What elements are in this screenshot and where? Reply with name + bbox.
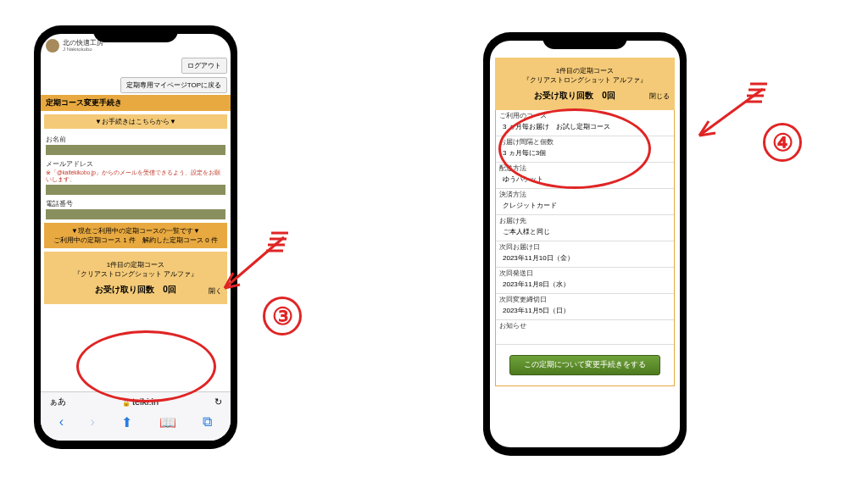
tabs-icon[interactable]: ⧉ — [203, 414, 212, 430]
phone-screen-left: 北の快適工房 J Nakitokobo ログアウト 定期専用マイページTOPに戻… — [41, 34, 231, 441]
safari-toolbar: ‹ › ⬆︎ 📖 ⧉ — [41, 411, 231, 434]
row-course-val: 3 ヵ月毎お届け お試し定期コース — [499, 120, 670, 134]
back-icon[interactable]: ‹ — [59, 414, 64, 430]
change-procedure-button[interactable]: この定期について変更手続きをする — [509, 355, 661, 375]
text-size-button[interactable]: ぁあ — [49, 396, 66, 408]
row-ship-val: ゆうパケット — [499, 173, 670, 186]
logout-button[interactable]: ログアウト — [181, 58, 227, 74]
row-next-ship-val: 2023年11月8日（水） — [499, 278, 670, 291]
back-to-top-button[interactable]: 定期専用マイページTOPに戻る — [120, 77, 227, 93]
course-list-header-l1: ▼現在ご利用中の定期コースの一覧です▼ — [47, 226, 224, 236]
course-card[interactable]: 1件目の定期コース 『クリアストロングショット アルファ』 お受け取り回数 0回… — [44, 252, 227, 304]
section-title: 定期コース変更手続き — [41, 95, 231, 111]
course-open-link[interactable]: 開く — [209, 286, 222, 296]
course-detail-list: ご利用のコース3 ヵ月毎お届け お試し定期コース お届け間隔と個数3 ヵ月毎に3… — [495, 110, 675, 386]
row-addr-val: ご本人様と同じ — [499, 225, 670, 239]
row-next-ship-label: 次回発送日 — [499, 269, 670, 278]
name-value-redacted — [46, 145, 225, 155]
row-pay-label: 決済方法 — [499, 191, 670, 199]
brand-text: 北の快適工房 J Nakitokobo — [63, 40, 103, 52]
phone-notch — [542, 32, 627, 49]
share-icon[interactable]: ⬆︎ — [121, 414, 132, 430]
name-label: お名前 — [41, 132, 231, 145]
phone-mockup-left: 北の快適工房 J Nakitokobo ログアウト 定期専用マイページTOPに戻… — [34, 25, 237, 449]
annotation-number-3: ③ — [263, 297, 302, 336]
row-course-label: ご利用のコース — [499, 112, 670, 120]
course-top-l2: 『クリアストロングショット アルファ』 — [500, 75, 670, 85]
forward-icon[interactable]: › — [91, 414, 95, 430]
procedure-banner: ▼お手続きはこちらから▼ — [44, 114, 227, 129]
bookmarks-icon[interactable]: 📖 — [159, 414, 176, 430]
row-interval-val: 3 ヵ月毎に3個 — [499, 147, 670, 160]
course-top-l1: 1件目の定期コース — [500, 66, 670, 75]
row-next-deliv-val: 2023年11月10日（金） — [499, 252, 670, 265]
email-label: メールアドレス — [41, 157, 231, 169]
phone-label: 電話番号 — [41, 197, 231, 209]
phone-screen-right: 1件目の定期コース 『クリアストロングショット アルファ』 お受け取り回数 0回… — [490, 41, 680, 447]
row-next-cutoff-label: 次回変更締切日 — [499, 296, 670, 304]
row-notice-val — [499, 330, 670, 342]
brand-name: 北の快適工房 — [63, 40, 103, 47]
course-list-header-l2: ご利用中の定期コース 1 件 解約した定期コース 0 件 — [47, 236, 224, 245]
email-value-redacted — [46, 185, 225, 195]
course-card-line1: 1件目の定期コース — [49, 260, 222, 269]
course-card-receive-count: お受け取り回数 0回 — [49, 284, 222, 296]
address-bar[interactable]: ぁあ teiki.in ↻ — [41, 392, 231, 411]
course-card-expanded: 1件目の定期コース 『クリアストロングショット アルファ』 お受け取り回数 0回… — [495, 58, 675, 110]
row-interval-label: お届け間隔と個数 — [499, 138, 670, 147]
safari-bar: ぁあ teiki.in ↻ ‹ › ⬆︎ 📖 ⧉ — [41, 391, 231, 441]
email-note: ※「@kaitekikobo.jp」からのメールを受信できるよう、設定をお願いし… — [41, 169, 231, 185]
phone-notch — [93, 25, 178, 42]
course-list-header: ▼現在ご利用中の定期コースの一覧です▼ ご利用中の定期コース 1 件 解約した定… — [44, 223, 227, 248]
course-close-link[interactable]: 閉じる — [649, 92, 670, 101]
row-next-deliv-label: 次回お届け日 — [499, 243, 670, 252]
brand-sub: J Nakitokobo — [63, 47, 103, 52]
row-ship-label: 配送方法 — [499, 164, 670, 173]
row-notice-label: お知らせ — [499, 322, 670, 330]
phone-value-redacted — [46, 209, 225, 219]
row-next-cutoff-val: 2023年11月5日（日） — [499, 304, 670, 318]
reload-icon[interactable]: ↻ — [214, 396, 222, 408]
url-text: teiki.in — [122, 396, 159, 407]
row-addr-label: お届け先 — [499, 217, 670, 225]
annotation-number-4: ④ — [763, 123, 802, 162]
phone-mockup-right: 1件目の定期コース 『クリアストロングショット アルファ』 お受け取り回数 0回… — [483, 32, 687, 456]
course-card-line2: 『クリアストロングショット アルファ』 — [49, 269, 222, 279]
course-top-receive-count: お受け取り回数 0回 — [534, 90, 615, 102]
brand-logo-icon — [46, 39, 59, 53]
row-pay-val: クレジットカード — [499, 199, 670, 213]
